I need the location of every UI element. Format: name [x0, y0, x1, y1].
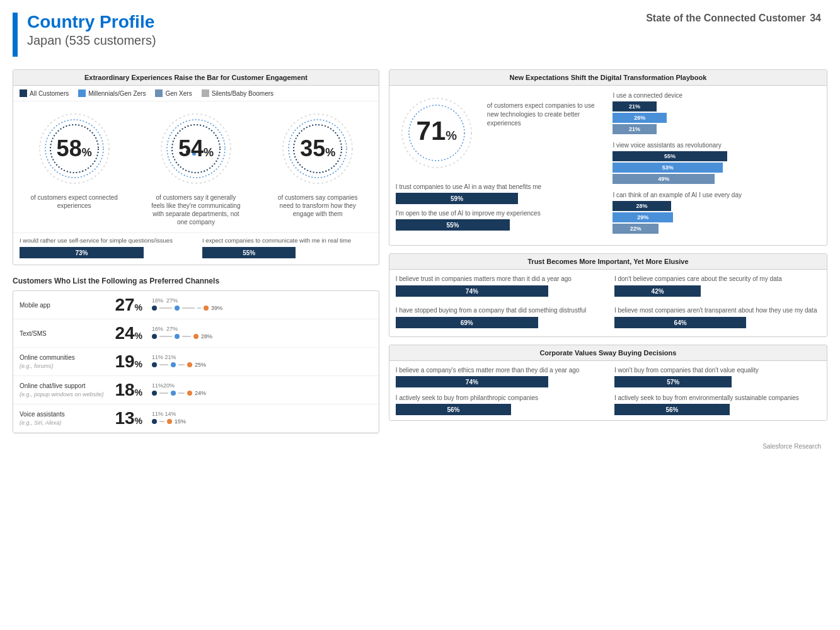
self-service-label-2: I expect companies to communicate with m… — [202, 237, 372, 244]
channel-sub-voice: (e.g., Siri, Alexa) — [20, 420, 61, 426]
right-panel: New Expectations Shift the Digital Trans… — [389, 69, 827, 433]
circle-text-35: 35% — [300, 137, 335, 160]
digital-body: 71% of customers expect companies to use… — [389, 86, 827, 245]
corp-bar-2: 57% — [614, 376, 732, 387]
digital-grid: 71% of customers expect companies to use… — [396, 92, 820, 239]
legend-all-customers: All Customers — [20, 89, 69, 97]
connected-device-bars: 21% 26% 21% — [613, 101, 820, 134]
trust-item-2: I don't believe companies care about the… — [614, 275, 820, 297]
trust-bar-container-2: 42% — [614, 285, 820, 297]
left-panel: Extraordinary Experiences Raise the Bar … — [13, 69, 379, 433]
corp-label-2: I won't buy from companies that don't va… — [614, 366, 820, 374]
main-container: Extraordinary Experiences Raise the Bar … — [0, 63, 840, 440]
dot-all-comm — [152, 362, 157, 367]
channel-dots-chat: 11%20% 24% — [146, 382, 372, 398]
channels-section: Customers Who List the Following as Pref… — [13, 273, 379, 433]
dots-row-sms: 28% — [152, 333, 372, 340]
dot-line-comm-2 — [178, 364, 185, 365]
dot-line-voice-1 — [159, 421, 164, 422]
legend-color-millennials — [78, 89, 86, 97]
bar-seg-connected-1: 21% — [613, 101, 656, 112]
bar-seg-voice-2: 53% — [613, 163, 723, 173]
corp-bar-4: 56% — [614, 404, 730, 415]
dot-mil-mobile — [175, 306, 180, 311]
channel-name-voice: Voice assistants (e.g., Siri, Alexa) — [20, 410, 108, 427]
corp-bar-container-1: 74% — [396, 376, 602, 387]
circle-35: 35% of customers say companies need to t… — [270, 108, 365, 218]
big-circle-text: 71% — [417, 118, 457, 144]
voice-rev-label: I view voice assistants as revolutionary — [613, 142, 820, 149]
dot-all-voice — [152, 419, 157, 424]
dot-line-sms-1 — [159, 336, 172, 337]
trust-grid: I believe trust in companies matters mor… — [389, 270, 827, 336]
corp-label-4: I actively seek to buy from environmenta… — [614, 394, 820, 402]
circle-container-58: 58% — [33, 108, 115, 190]
channel-end-label-mobile: 39% — [211, 305, 222, 311]
legend-silents: Silents/Baby Boomers — [202, 89, 273, 97]
channel-name-mobile: Mobile app — [20, 301, 108, 309]
self-service-item-2: I expect companies to communicate with m… — [202, 237, 372, 258]
trust-bar-1: 74% — [396, 285, 548, 297]
legend-label-silents: Silents/Baby Boomers — [212, 90, 273, 97]
legend-color-all — [20, 89, 27, 97]
chart-legend: All Customers Millennials/Gen Zers Gen X… — [13, 86, 379, 101]
circle-text-58: 58% — [57, 137, 92, 160]
dot-line-3 — [197, 307, 201, 309]
dot-line-sms-2 — [182, 336, 191, 337]
ai-trust-label: I trust companies to use AI in a way tha… — [396, 183, 604, 191]
big-circle-71: 71% — [396, 92, 478, 175]
channel-row-sms: Text/SMS 24% 16% 27% 28% — [13, 319, 379, 348]
corp-item-1: I believe a company's ethics matter more… — [396, 366, 602, 387]
channel-sub-chat: (e.g., popup windows on website) — [20, 391, 104, 398]
bar-fill-73: 73% — [20, 247, 144, 258]
ai-open-item: I'm open to the use of AI to improve my … — [396, 209, 604, 231]
ai-example-label: I can think of an example of AI I use ev… — [613, 192, 820, 198]
channel-sub-communities: (e.g., forums) — [20, 363, 54, 369]
corporate-section: Corporate Values Sway Buying Decisions I… — [389, 345, 827, 421]
corp-label-3: I actively seek to buy from philanthropi… — [396, 394, 602, 402]
extraordinary-header: Extraordinary Experiences Raise the Bar … — [13, 70, 379, 86]
channel-num-mobile: 27% — [108, 296, 146, 314]
dot-mil-sms — [175, 334, 180, 339]
self-service-item-1: I would rather use self-service for simp… — [20, 237, 190, 258]
bar-connected-1: 21% — [613, 101, 820, 112]
channel-pct-labels-sms: 16% 27% — [152, 326, 372, 332]
channel-name-communities: Online communities (e.g., forums) — [20, 353, 108, 370]
dot-all-mobile — [152, 306, 157, 311]
circle-container-35: 35% — [277, 108, 359, 190]
corp-bar-1: 74% — [396, 376, 548, 387]
connected-device-label: I use a connected device — [613, 92, 820, 99]
circle-container-54: 54% — [155, 108, 237, 190]
legend-millennials: Millennials/Gen Zers — [78, 89, 146, 97]
channel-name-chat: Online chat/live support (e.g., popup wi… — [20, 382, 108, 399]
ai-example-bars: 28% 29% 22% — [613, 201, 820, 234]
channel-row-communities: Online communities (e.g., forums) 19% 11… — [13, 348, 379, 376]
header-meta: State of the Connected Customer 34 — [646, 13, 821, 24]
trust-bar-container-4: 64% — [614, 317, 820, 328]
dot-all-chat — [152, 391, 157, 396]
bar-seg-connected-2: 26% — [613, 113, 667, 123]
trust-bar-container-3: 69% — [396, 317, 602, 328]
trust-header: Trust Becomes More Important, Yet More E… — [389, 254, 827, 270]
channel-dots-sms: 16% 27% 28% — [146, 326, 372, 341]
channel-end-label-sms: 28% — [201, 333, 212, 340]
digital-right: I use a connected device 21% 26% 21% — [613, 92, 820, 239]
circles-row: 58% of customers expect connected experi… — [13, 101, 379, 232]
dots-row-communities: 25% — [152, 362, 372, 368]
trust-bar-container-1: 74% — [396, 285, 602, 297]
big-stat-area: 71% of customers expect companies to use… — [396, 92, 604, 175]
trust-item-3: I have stopped buying from a company tha… — [396, 306, 602, 328]
bar-container-73: 73% — [20, 247, 190, 258]
channel-num-voice: 13% — [108, 410, 146, 427]
dots-row-voice: 15% — [152, 418, 372, 425]
voice-rev-bars: 55% 53% 49% — [613, 151, 820, 184]
self-service-label-1: I would rather use self-service for simp… — [20, 237, 190, 244]
bar-seg-ai-1: 28% — [613, 201, 670, 211]
channel-row-voice: Voice assistants (e.g., Siri, Alexa) 13%… — [13, 404, 379, 433]
bar-seg-ai-3: 22% — [613, 224, 659, 234]
legend-label-genx: Gen Xers — [165, 90, 192, 97]
big-pct: % — [446, 129, 457, 142]
circle-54: 54% of customers say it generally feels … — [149, 108, 243, 226]
ai-trust-bar: 59% — [396, 193, 518, 204]
channel-pct-labels-voice: 11% 14% — [152, 411, 372, 417]
